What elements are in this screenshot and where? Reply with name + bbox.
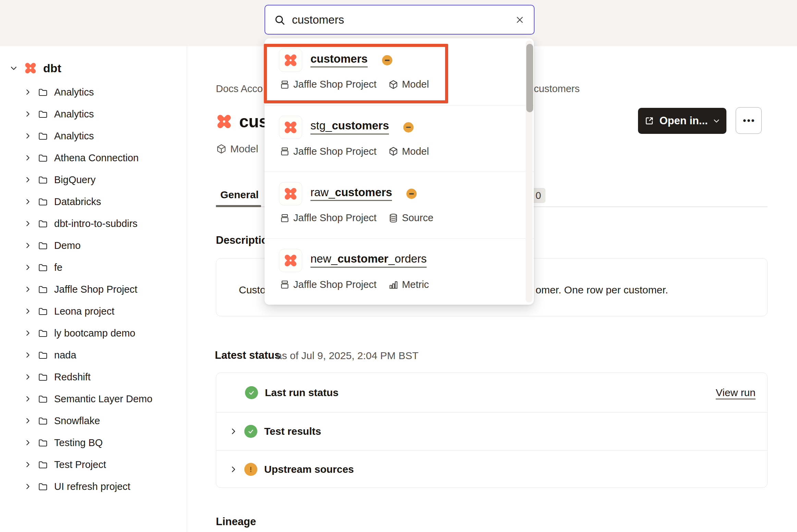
folder-icon	[38, 328, 48, 338]
dbt-logo-chip	[279, 249, 302, 272]
sidebar-item-label: Demo	[54, 240, 81, 251]
dbt-logo-chip	[279, 49, 302, 72]
chevron-right-icon[interactable]	[24, 176, 32, 183]
search-result-new-customer-orders[interactable]: new_customer_orders Jaffle Shop Project …	[265, 238, 534, 305]
chevron-right-icon[interactable]	[24, 198, 32, 205]
sidebar-item-demo[interactable]: Demo	[0, 235, 187, 256]
sidebar-item-nada[interactable]: nada	[0, 344, 187, 366]
chevron-right-icon[interactable]	[24, 286, 32, 293]
folder-icon	[38, 416, 48, 426]
clear-search-icon[interactable]	[515, 15, 525, 25]
result-name-link[interactable]: stg_customers	[310, 120, 389, 135]
chevron-right-icon[interactable]	[24, 242, 32, 249]
search-input[interactable]	[292, 13, 508, 26]
chevron-right-icon[interactable]	[24, 395, 32, 403]
sidebar-root-dbt[interactable]: dbt	[0, 57, 187, 79]
sidebar-item-label: Semantic Layer Demo	[54, 393, 152, 405]
chevron-right-icon[interactable]	[24, 417, 32, 425]
folder-icon	[38, 131, 48, 141]
chevron-down-icon	[713, 117, 720, 125]
folder-icon	[38, 109, 48, 119]
folder-icon	[38, 262, 48, 273]
folder-icon	[38, 481, 48, 492]
sidebar-item-athena-connection[interactable]: Athena Connection	[0, 147, 187, 169]
chevron-right-icon[interactable]	[24, 154, 32, 162]
open-in-button[interactable]: Open in...	[638, 108, 726, 134]
project-archive-icon	[280, 79, 290, 90]
sidebar-item-leona-project[interactable]: Leona project	[0, 300, 187, 322]
success-check-icon	[244, 425, 257, 438]
chevron-right-icon[interactable]	[24, 110, 32, 118]
sidebar-item-jaffle-shop-project[interactable]: Jaffle Shop Project	[0, 278, 187, 300]
source-database-icon	[388, 213, 398, 223]
sidebar-item-label: Testing BQ	[54, 437, 103, 448]
metric-chart-icon	[388, 279, 398, 290]
dropdown-scrollbar-thumb[interactable]	[526, 44, 533, 112]
sidebar-item-dbt-intro-to-subdirs[interactable]: dbt-intro-to-subdirs	[0, 213, 187, 235]
sidebar-item-testing-bq[interactable]: Testing BQ	[0, 432, 187, 454]
sidebar-item-label: ly bootcamp demo	[54, 328, 135, 339]
chevron-right-icon[interactable]	[24, 461, 32, 468]
chevron-right-icon[interactable]	[24, 439, 32, 446]
sidebar-item-label: dbt-intro-to-subdirs	[54, 218, 137, 229]
modified-badge-icon	[382, 55, 392, 65]
chevron-right-icon[interactable]	[24, 373, 32, 381]
chevron-right-icon[interactable]	[24, 307, 32, 315]
sidebar-item-label: Analytics	[54, 109, 94, 120]
description-text-right: omer. One row per customer.	[536, 284, 668, 296]
search-result-customers[interactable]: customers Jaffle Shop Project Model	[265, 38, 534, 105]
result-project-label: Jaffle Shop Project	[293, 212, 377, 224]
sidebar-item-fe[interactable]: fe	[0, 256, 187, 278]
sidebar-item-snowflake[interactable]: Snowflake	[0, 410, 187, 432]
chevron-right-icon[interactable]	[24, 264, 32, 271]
search-result-stg-customers[interactable]: stg_customers Jaffle Shop Project Model	[265, 105, 534, 172]
result-name-link[interactable]: customers	[310, 53, 368, 68]
sidebar-item-test-project[interactable]: Test Project	[0, 454, 187, 476]
chevron-right-icon[interactable]	[229, 465, 237, 473]
chevron-right-icon[interactable]	[229, 427, 237, 435]
sidebar-item-analytics-1[interactable]: Analytics	[0, 81, 187, 103]
search-results-dropdown: customers Jaffle Shop Project Model stg_…	[265, 38, 534, 305]
lineage-heading: Lineage	[216, 516, 256, 528]
result-project-label: Jaffle Shop Project	[293, 279, 377, 290]
status-row-upstream-sources[interactable]: Upstream sources	[216, 450, 767, 488]
chevron-right-icon[interactable]	[24, 88, 32, 96]
view-run-link[interactable]: View run	[716, 387, 756, 398]
more-icon: •••	[743, 115, 755, 126]
sidebar-item-databricks[interactable]: Databricks	[0, 191, 187, 213]
sidebar-item-semantic-layer-demo[interactable]: Semantic Layer Demo	[0, 388, 187, 410]
sidebar-item-label: Analytics	[54, 87, 94, 98]
sidebar-item-analytics-2[interactable]: Analytics	[0, 103, 187, 125]
breadcrumb: Docs Acco	[216, 83, 263, 94]
sidebar-item-ly-bootcamp-demo[interactable]: ly bootcamp demo	[0, 322, 187, 344]
chevron-right-icon[interactable]	[24, 132, 32, 140]
search-box[interactable]	[265, 5, 535, 35]
description-text-left: Custo	[239, 284, 266, 296]
sidebar-item-redshift[interactable]: Redshift	[0, 366, 187, 388]
status-row-label: Test results	[264, 426, 321, 437]
folder-icon	[38, 350, 48, 360]
tab-general[interactable]: General	[220, 189, 259, 201]
chevron-down-icon[interactable]	[10, 64, 18, 72]
sidebar-item-ui-refresh-project[interactable]: UI refresh project	[0, 476, 187, 497]
chevron-right-icon[interactable]	[24, 483, 32, 490]
folder-icon	[38, 284, 48, 294]
chevron-right-icon[interactable]	[24, 351, 32, 359]
result-name-link[interactable]: raw_customers	[310, 187, 392, 201]
active-tab-underline	[216, 205, 261, 207]
modified-badge-icon	[403, 122, 414, 132]
chevron-right-icon[interactable]	[24, 329, 32, 337]
sidebar-item-analytics-3[interactable]: Analytics	[0, 125, 187, 147]
chevron-right-icon[interactable]	[24, 220, 32, 227]
sidebar-item-label: BigQuery	[54, 174, 96, 186]
status-row-test-results[interactable]: Test results	[216, 412, 767, 450]
result-name-link[interactable]: new_customer_orders	[310, 253, 427, 268]
sidebar-item-label: Athena Connection	[54, 152, 139, 164]
sidebar-item-bigquery[interactable]: BigQuery	[0, 169, 187, 191]
project-archive-icon	[280, 279, 290, 290]
search-result-raw-customers[interactable]: raw_customers Jaffle Shop Project Source	[265, 172, 534, 238]
result-type-label: Metric	[402, 279, 429, 290]
project-archive-icon	[280, 213, 290, 223]
more-actions-button[interactable]: •••	[736, 107, 762, 134]
model-cube-icon	[388, 79, 398, 90]
